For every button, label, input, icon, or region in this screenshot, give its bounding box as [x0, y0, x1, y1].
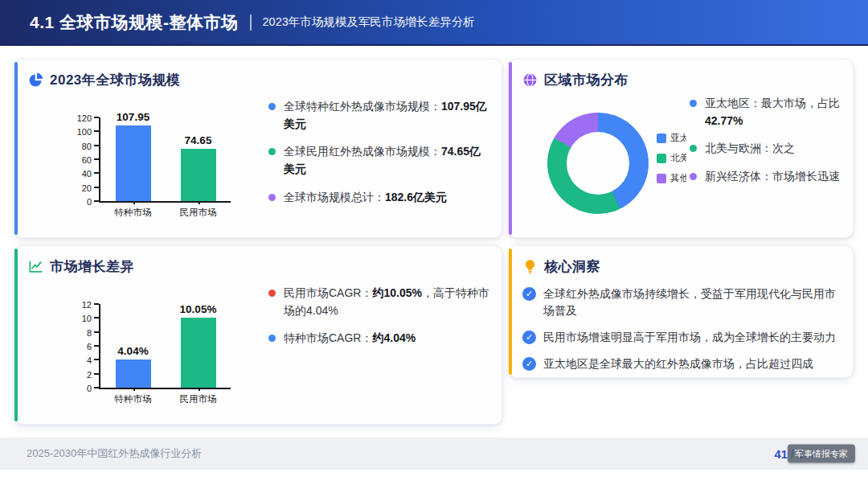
bullet-dot: [268, 148, 276, 155]
panel-title: 区域市场分布: [544, 71, 628, 89]
pie-chart-icon: [28, 72, 43, 88]
panel-title: 2023年全球市场规模: [50, 71, 180, 89]
legend-item: 北美: [657, 152, 686, 164]
bullet-dot: [268, 335, 276, 342]
slide-title: 4.1 全球市场规模-整体市场: [30, 11, 239, 34]
bullet-dot: [268, 194, 276, 201]
panel-header: 2023年全球市场规模: [28, 71, 489, 89]
bullet-dot: [268, 290, 276, 297]
chart-plot-area: 0246810124.04%特种市场10.05%民用市场: [99, 304, 231, 389]
bullet-text: 亚太地区：最大市场，占比42.77%: [705, 95, 845, 129]
panel-accent-bar: [14, 62, 18, 235]
check-circle-icon: [522, 287, 536, 301]
trend-line-icon: [28, 259, 43, 274]
market-size-bullets: 全球特种红外热成像市场规模：107.95亿美元 全球民用红外热成像市场规模：74…: [268, 98, 490, 216]
slide-footer: 2025-2030年中国红外热成像行业分析 41 / 107 军事情报专家: [0, 438, 868, 470]
panel-header: 区域市场分布: [522, 71, 840, 89]
growth-bar-chart: 0246810124.04%特种市场10.05%民用市场: [62, 291, 232, 412]
panel-growth-difference: 市场增长差异 0246810124.04%特种市场10.05%民用市场 民用市场…: [14, 245, 502, 425]
bullet-item: 亚太地区：最大市场，占比42.77%: [690, 95, 845, 129]
market-size-bar-chart: 020406080100120107.95特种市场74.65民用市场: [62, 105, 232, 225]
bullet-text: 全球市场规模总计：182.6亿美元: [284, 189, 447, 207]
slide-body: 2023年全球市场规模 020406080100120107.95特种市场74.…: [0, 46, 868, 425]
legend-item: 其他: [657, 172, 686, 184]
chart-plot-area: 020406080100120107.95特种市场74.65民用市场: [99, 117, 231, 203]
lightbulb-icon: [522, 259, 538, 274]
panel-header: 市场增长差异: [28, 257, 489, 276]
bullet-text: 特种市场CAGR：约4.04%: [284, 330, 416, 347]
footer-pagination: 41 / 107 军事情报专家: [775, 445, 855, 463]
globe-icon: [522, 72, 538, 88]
slide-subtitle: 2023年市场规模及军民市场增长差异分析: [263, 14, 475, 30]
bullet-item: 全球民用红外热成像市场规模：74.65亿美元: [268, 143, 490, 178]
growth-bullets: 民用市场CAGR：约10.05%，高于特种市场的4.04% 特种市场CAGR：约…: [268, 285, 490, 358]
donut-legend: 亚太北美其他: [657, 132, 686, 184]
bullet-dot: [690, 145, 697, 152]
bullet-item: 民用市场CAGR：约10.05%，高于特种市场的4.04%: [268, 285, 490, 319]
bullet-text: 北美与欧洲：次之: [705, 140, 795, 158]
panel-title: 市场增长差异: [50, 257, 134, 276]
region-bullets: 亚太地区：最大市场，占比42.77% 北美与欧洲：次之 新兴经济体：市场增长迅速: [690, 95, 845, 196]
bullet-dot: [690, 173, 697, 180]
bullet-item: 全球特种红外热成像市场规模：107.95亿美元: [268, 98, 490, 133]
panel-market-size: 2023年全球市场规模 020406080100120107.95特种市场74.…: [14, 59, 502, 238]
watermark-badge: 军事情报专家: [788, 445, 855, 463]
header-divider: [250, 14, 252, 31]
bullet-dot: [268, 103, 276, 110]
insight-item: 全球红外热成像市场持续增长，受益于军用现代化与民用市场普及: [522, 286, 840, 319]
bullet-text: 全球特种红外热成像市场规模：107.95亿美元: [284, 98, 490, 133]
bullet-item: 新兴经济体：市场增长迅速: [690, 168, 845, 186]
bar-民用市场: 10.05%民用市场: [181, 318, 216, 388]
panel-key-insights: 核心洞察 全球红外热成像市场持续增长，受益于军用现代化与民用市场普及 民用市场增…: [509, 245, 854, 378]
donut-ring: [547, 113, 649, 214]
check-circle-icon: [522, 331, 536, 344]
insight-text: 民用市场增速明显高于军用市场，成为全球增长的主要动力: [543, 329, 836, 346]
insight-text: 全球红外热成像市场持续增长，受益于军用现代化与民用市场普及: [543, 286, 840, 319]
panel-header: 核心洞察: [522, 257, 840, 276]
bar-特种市场: 4.04%特种市场: [116, 360, 151, 388]
bar-民用市场: 74.65民用市场: [181, 149, 216, 201]
bar-特种市场: 107.95特种市场: [116, 125, 151, 201]
check-circle-icon: [522, 357, 536, 371]
insight-item: 民用市场增速明显高于军用市场，成为全球增长的主要动力: [522, 329, 840, 346]
insight-text: 亚太地区是全球最大的红外热成像市场，占比超过四成: [543, 355, 813, 372]
footer-report-title: 2025-2030年中国红外热成像行业分析: [27, 446, 202, 461]
bullet-dot: [690, 100, 697, 107]
legend-item: 亚太: [657, 132, 686, 144]
panel-region-distribution: 区域市场分布 亚太北美其他 亚太地区：最大市场，占比42.77% 北美与欧洲：次…: [509, 59, 854, 238]
bullet-item: 全球市场规模总计：182.6亿美元: [268, 189, 490, 207]
panel-accent-bar: [509, 62, 512, 235]
bullet-item: 北美与欧洲：次之: [690, 140, 845, 158]
panel-accent-bar: [509, 249, 512, 375]
bullet-item: 特种市场CAGR：约4.04%: [268, 330, 490, 347]
panel-title: 核心洞察: [544, 257, 600, 276]
insight-item: 亚太地区是全球最大的红外热成像市场，占比超过四成: [522, 355, 840, 372]
slide-header: 4.1 全球市场规模-整体市场 2023年市场规模及军民市场增长差异分析: [0, 0, 868, 46]
bullet-text: 新兴经济体：市场增长迅速: [705, 168, 840, 186]
bullet-text: 民用市场CAGR：约10.05%，高于特种市场的4.04%: [284, 285, 490, 319]
bullet-text: 全球民用红外热成像市场规模：74.65亿美元: [284, 143, 490, 178]
panel-accent-bar: [14, 249, 18, 421]
insights-list: 全球红外热成像市场持续增长，受益于军用现代化与民用市场普及 民用市场增速明显高于…: [522, 286, 840, 372]
